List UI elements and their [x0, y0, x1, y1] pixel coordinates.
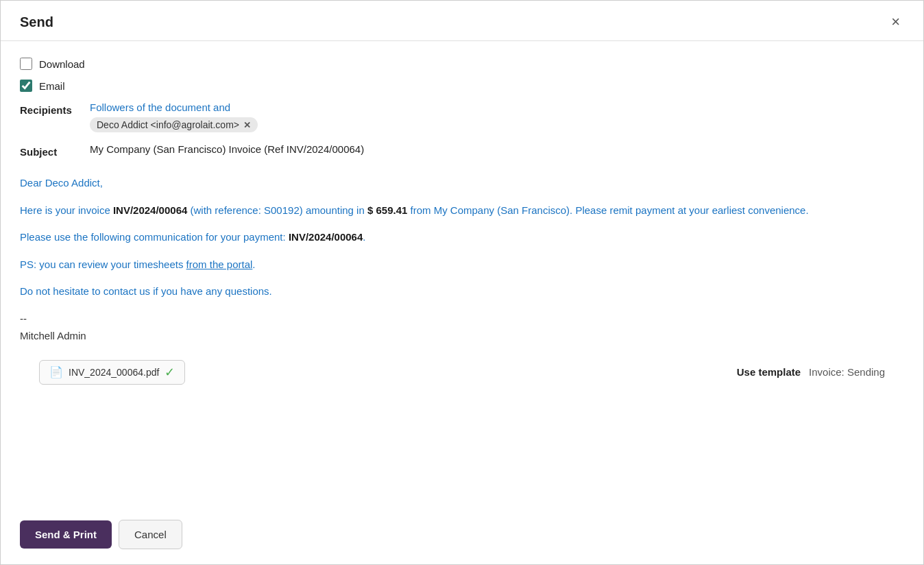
followers-text: Followers of the document and: [90, 101, 904, 113]
signature: -- Mitchell Admin: [20, 310, 904, 345]
attachment-pill: 📄 INV_2024_00064.pdf ✓: [39, 360, 185, 385]
pdf-icon: 📄: [49, 365, 63, 378]
recipient-tag: Deco Addict <info@agrolait.com> ✕: [90, 117, 258, 132]
signature-name: Mitchell Admin: [20, 327, 904, 345]
email-line1: Here is your invoice INV/2024/00064 (wit…: [20, 202, 904, 219]
email-label[interactable]: Email: [39, 80, 65, 92]
communication-ref: INV/2024/00064: [289, 231, 363, 243]
email-greeting: Dear Deco Addict,: [20, 174, 904, 192]
close-button[interactable]: ×: [887, 13, 904, 31]
email-line2: Please use the following communication f…: [20, 228, 904, 246]
email-line3: PS: you can review your timesheets from …: [20, 256, 904, 274]
download-row: Download: [20, 58, 904, 70]
subject-label: Subject: [20, 143, 82, 158]
amount: $ 659.41: [367, 204, 407, 216]
email-checkbox[interactable]: [20, 80, 32, 92]
signature-sep: --: [20, 310, 904, 328]
tag-label: Deco Addict <info@agrolait.com>: [97, 119, 239, 130]
recipients-area: Followers of the document and Deco Addic…: [90, 101, 904, 132]
email-line4: Do not hesitate to contact us if you hav…: [20, 282, 904, 300]
recipients-row: Recipients Followers of the document and…: [20, 101, 904, 132]
send-dialog: Send × Download Email Recipients Followe…: [0, 0, 924, 565]
download-label[interactable]: Download: [39, 58, 85, 70]
cancel-button[interactable]: Cancel: [119, 520, 182, 549]
portal-link[interactable]: from the portal: [186, 259, 253, 270]
dialog-body: Download Email Recipients Followers of t…: [1, 41, 923, 507]
invoice-ref-1: INV/2024/00064: [113, 204, 187, 216]
attachment-check-icon: ✓: [165, 365, 175, 380]
recipients-label: Recipients: [20, 101, 82, 116]
attachment-filename: INV_2024_00064.pdf: [69, 367, 159, 378]
subject-value: My Company (San Francisco) Invoice (Ref …: [90, 143, 364, 155]
tag-remove-icon[interactable]: ✕: [243, 120, 251, 130]
email-body: Dear Deco Addict, Here is your invoice I…: [20, 169, 904, 345]
send-print-button[interactable]: Send & Print: [20, 520, 112, 549]
dialog-title: Send: [20, 14, 53, 30]
dialog-actions: Send & Print Cancel: [1, 507, 923, 564]
use-template-button[interactable]: Use template: [737, 366, 801, 378]
email-row: Email: [20, 80, 904, 92]
template-name: Invoice: Sending: [809, 366, 885, 378]
dialog-header: Send ×: [1, 1, 923, 41]
footer-area: 📄 INV_2024_00064.pdf ✓ Use template Invo…: [20, 352, 904, 385]
use-template-area: Use template Invoice: Sending: [737, 366, 885, 378]
download-checkbox[interactable]: [20, 58, 32, 70]
subject-row: Subject My Company (San Francisco) Invoi…: [20, 143, 904, 158]
recipient-tags: Deco Addict <info@agrolait.com> ✕: [90, 117, 904, 132]
